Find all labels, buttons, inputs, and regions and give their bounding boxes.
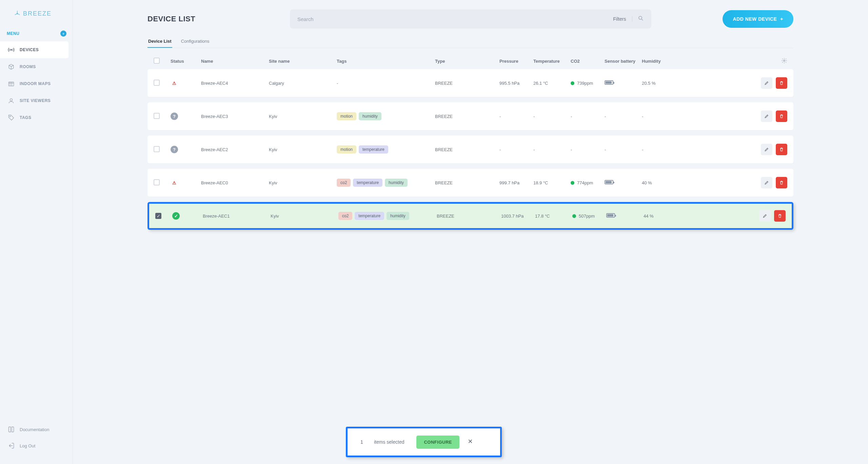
footer-item-documentation[interactable]: Documentation <box>0 421 73 438</box>
edit-button[interactable] <box>761 110 772 122</box>
search-box[interactable]: Filters <box>290 9 651 28</box>
add-device-label: ADD NEW DEVICE <box>733 16 777 22</box>
col-name: Name <box>201 59 269 64</box>
table-row[interactable]: ⚠Breeze-AEC0Kyivco2temperaturehumidityBR… <box>147 169 793 197</box>
table-row[interactable]: ✓✓Breeze-AEC1Kyivco2temperaturehumidityB… <box>147 202 793 230</box>
tabs: Device ListConfigurations <box>147 35 793 48</box>
col-pressure: Pressure <box>499 59 533 64</box>
cell-type: BREEZE <box>435 114 499 119</box>
tag-temperature: temperature <box>359 145 388 154</box>
table-settings-button[interactable] <box>683 58 787 65</box>
cell-pressure: 999.7 hPa <box>499 180 533 185</box>
cell-pressure: 995.5 hPa <box>499 81 533 86</box>
row-checkbox[interactable] <box>154 146 160 152</box>
col-tags: Tags <box>337 59 435 64</box>
tab-configurations[interactable]: Configurations <box>180 35 210 48</box>
edit-button[interactable] <box>759 210 771 222</box>
cell-type: BREEZE <box>435 147 499 152</box>
tag-co2: co2 <box>337 179 351 187</box>
sidebar-item-tags[interactable]: TAGS <box>0 109 73 126</box>
delete-button[interactable] <box>776 144 787 155</box>
cell-battery-empty: - <box>605 147 606 152</box>
cell-site: Kyiv <box>269 114 337 119</box>
sidebar-item-devices[interactable]: DEVICES <box>0 41 68 58</box>
tag-humidity: humidity <box>359 112 381 120</box>
row-checkbox[interactable] <box>154 113 160 119</box>
table-row[interactable]: ⚠Breeze-AEC4Calgary-BREEZE995.5 hPa26.1 … <box>147 69 793 97</box>
cell-humidity: 20.5 % <box>642 81 683 86</box>
search-input[interactable] <box>297 16 613 22</box>
svg-point-7 <box>784 60 785 61</box>
cell-pressure: - <box>499 114 533 119</box>
cell-site: Kyiv <box>269 147 337 152</box>
tag-humidity: humidity <box>387 212 409 220</box>
delete-button[interactable] <box>774 210 786 222</box>
row-actions <box>683 177 787 188</box>
table-row[interactable]: ?Breeze-AEC3KyivmotionhumidityBREEZE----… <box>147 102 793 130</box>
edit-button[interactable] <box>761 144 772 155</box>
plus-icon: + <box>780 16 783 22</box>
configure-button[interactable]: CONFIGURE <box>416 436 459 449</box>
add-device-button[interactable]: ADD NEW DEVICE + <box>723 10 793 28</box>
search-icon[interactable] <box>638 15 644 23</box>
menu-add-button[interactable]: + <box>60 31 66 37</box>
cell-name: Breeze-AEC1 <box>203 214 271 219</box>
sidebar: BREEZE MENU + DEVICESROOMSINDOOR MAPSSIT… <box>0 0 73 464</box>
cell-battery: - <box>605 114 642 119</box>
selection-text: items selected <box>374 439 404 445</box>
sidebar-item-site-viewers[interactable]: SITE VIEWERS <box>0 92 73 109</box>
row-checkbox[interactable]: ✓ <box>155 213 161 219</box>
col-site: Site name <box>269 59 337 64</box>
tag-humidity: humidity <box>385 179 408 187</box>
row-checkbox[interactable] <box>154 179 160 185</box>
tag-co2: co2 <box>338 212 352 220</box>
delete-button[interactable] <box>776 110 787 122</box>
logo-icon <box>14 10 21 17</box>
cell-temperature: - <box>533 114 571 119</box>
tag-temperature: temperature <box>353 179 382 187</box>
cell-humidity: 40 % <box>642 180 683 185</box>
logo-text: BREEZE <box>23 10 52 17</box>
tag-temperature: temperature <box>355 212 384 220</box>
sidebar-footer: DocumentationLog Out <box>0 421 73 464</box>
svg-point-1 <box>11 49 12 50</box>
sidebar-item-indoor-maps[interactable]: INDOOR MAPS <box>0 75 73 92</box>
edit-button[interactable] <box>761 177 772 188</box>
delete-button[interactable] <box>776 77 787 89</box>
device-table: Status Name Site name Tags Type Pressure… <box>147 53 793 230</box>
tag-motion: motion <box>337 112 356 120</box>
col-status: Status <box>171 59 201 64</box>
cell-temperature: 17.8 °C <box>535 214 572 219</box>
tag-motion: motion <box>337 145 356 154</box>
selection-bar: 1 items selected CONFIGURE <box>346 427 502 457</box>
co2-dot-icon <box>571 81 574 85</box>
filters-button[interactable]: Filters <box>613 16 632 22</box>
co2-dot-icon <box>572 214 576 218</box>
cell-humidity: - <box>642 114 683 119</box>
cell-type: BREEZE <box>435 81 499 86</box>
select-all-checkbox[interactable] <box>154 58 160 64</box>
table-row[interactable]: ?Breeze-AEC2KyivmotiontemperatureBREEZE-… <box>147 136 793 163</box>
svg-rect-2 <box>9 82 14 86</box>
status-ok-icon: ✓ <box>172 212 180 220</box>
svg-point-5 <box>639 16 642 19</box>
tab-device-list[interactable]: Device List <box>147 35 172 48</box>
nav-label: ROOMS <box>20 64 36 69</box>
selection-close-button[interactable] <box>468 439 473 445</box>
cell-tags: motiontemperature <box>337 145 435 154</box>
row-actions <box>683 77 787 89</box>
delete-button[interactable] <box>776 177 787 188</box>
edit-button[interactable] <box>761 77 772 89</box>
cell-battery <box>606 213 644 219</box>
cell-temperature: 18.9 °C <box>533 180 571 185</box>
sidebar-item-rooms[interactable]: ROOMS <box>0 58 73 75</box>
row-actions <box>683 110 787 122</box>
table-header: Status Name Site name Tags Type Pressure… <box>147 53 793 69</box>
menu-label: MENU <box>7 31 19 36</box>
row-checkbox[interactable] <box>154 80 160 86</box>
box-icon <box>7 63 15 70</box>
cell-tags: motionhumidity <box>337 112 435 120</box>
co2-dot-icon <box>571 181 574 185</box>
footer-item-log-out[interactable]: Log Out <box>0 438 73 454</box>
battery-icon <box>606 213 615 218</box>
